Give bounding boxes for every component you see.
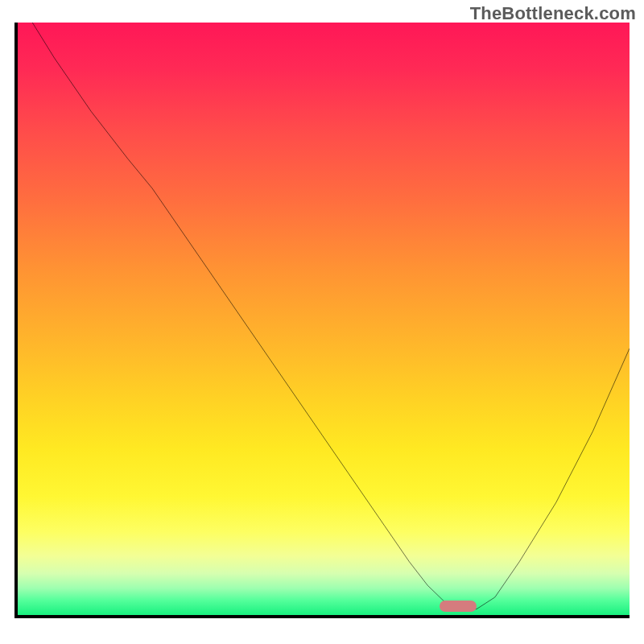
- plot-area: [14, 23, 630, 618]
- curve-path: [18, 23, 630, 609]
- bottleneck-curve: [18, 23, 630, 615]
- chart-stage: TheBottleneck.com: [0, 0, 644, 644]
- optimal-marker: [440, 601, 477, 613]
- watermark-text: TheBottleneck.com: [470, 3, 636, 24]
